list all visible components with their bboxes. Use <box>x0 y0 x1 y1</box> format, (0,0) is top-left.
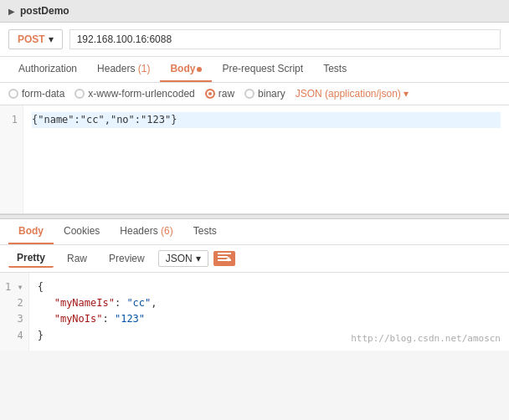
body-options: form-data x-www-form-urlencoded raw bina… <box>0 83 509 105</box>
response-options: Pretty Raw Preview JSON ▾ <box>0 245 509 273</box>
body-label: Body <box>170 63 195 74</box>
resp-headers-label: Headers <box>120 225 161 237</box>
resp-line-num-2: 2 <box>5 295 23 311</box>
resp-code-content: { "myNameIs": "cc", "myNoIs": "123" } ht… <box>29 273 509 351</box>
request-body-editor: 1 {"name":"cc","no":"123"} <box>0 105 509 214</box>
demo-title: postDemo <box>20 5 69 17</box>
resp-code-line-1: { <box>38 279 501 295</box>
svg-rect-0 <box>218 253 231 254</box>
radio-raw-icon <box>205 89 215 99</box>
method-label: POST <box>18 33 45 45</box>
option-raw[interactable]: raw <box>205 88 234 100</box>
json-type-label: JSON (application/json) <box>296 88 401 100</box>
authorization-label: Authorization <box>18 63 77 74</box>
url-bar: POST ▾ <box>0 23 509 57</box>
resp-tab-headers[interactable]: Headers (6) <box>110 219 183 244</box>
urlencoded-label: x-www-form-urlencoded <box>88 88 194 100</box>
tab-body[interactable]: Body <box>160 57 212 82</box>
tab-tests[interactable]: Tests <box>313 57 357 82</box>
json-type-chevron-icon: ▾ <box>404 88 409 100</box>
req-code-content[interactable]: {"name":"cc","no":"123"} <box>23 105 509 213</box>
response-body-area: 1 ▾ 2 3 4 { "myNameIs": "cc", "myNoIs": … <box>0 273 509 351</box>
wrap-icon[interactable] <box>213 251 235 266</box>
resp-headers-badge: (6) <box>161 225 173 237</box>
resp-line-numbers: 1 ▾ 2 3 4 <box>0 273 29 351</box>
method-dropdown[interactable]: POST ▾ <box>8 29 63 49</box>
option-form-data[interactable]: form-data <box>8 88 64 100</box>
resp-cookies-label: Cookies <box>64 225 100 237</box>
headers-badge: (1) <box>138 63 151 74</box>
option-urlencoded[interactable]: x-www-form-urlencoded <box>75 88 194 100</box>
pre-request-label: Pre-request Script <box>222 63 303 74</box>
resp-line-num-3: 3 <box>5 311 23 327</box>
req-line-numbers: 1 <box>0 105 23 213</box>
top-bar: ▶ postDemo <box>0 0 509 23</box>
tab-headers[interactable]: Headers (1) <box>87 57 160 82</box>
resp-code-line-2: "myNameIs": "cc", <box>38 295 501 311</box>
resp-body-label: Body <box>18 225 44 237</box>
format-pretty-btn[interactable]: Pretty <box>8 249 54 268</box>
body-dot-icon <box>197 67 202 72</box>
resp-type-label: JSON <box>166 253 193 264</box>
radio-urlencoded-icon <box>75 89 85 99</box>
resp-type-chevron-icon: ▾ <box>196 253 201 264</box>
svg-rect-1 <box>218 256 228 258</box>
resp-tab-cookies[interactable]: Cookies <box>54 219 110 244</box>
tab-authorization[interactable]: Authorization <box>8 57 87 82</box>
json-type-dropdown[interactable]: JSON (application/json) ▾ <box>296 88 409 100</box>
resp-code-line-3: "myNoIs": "123" <box>38 311 501 327</box>
url-input[interactable] <box>69 29 501 49</box>
format-raw-btn[interactable]: Raw <box>59 250 95 267</box>
watermark: http://blog.csdn.net/amoscn <box>351 331 501 346</box>
radio-binary-icon <box>244 89 254 99</box>
resp-type-dropdown[interactable]: JSON ▾ <box>158 250 208 267</box>
resp-tests-label: Tests <box>193 225 217 237</box>
form-data-label: form-data <box>22 88 64 100</box>
resp-tab-tests[interactable]: Tests <box>183 219 227 244</box>
request-tabs: Authorization Headers (1) Body Pre-reque… <box>0 57 509 83</box>
radio-form-data-icon <box>8 89 18 99</box>
expand-icon[interactable]: ▶ <box>8 7 15 16</box>
option-binary[interactable]: binary <box>244 88 285 100</box>
tab-pre-request[interactable]: Pre-request Script <box>212 57 313 82</box>
raw-label: raw <box>219 88 234 100</box>
method-chevron-icon: ▾ <box>49 33 54 45</box>
binary-label: binary <box>258 88 285 100</box>
format-preview-btn[interactable]: Preview <box>100 250 153 267</box>
response-tabs: Body Cookies Headers (6) Tests <box>0 219 509 245</box>
resp-line-num-1: 1 ▾ <box>5 279 23 295</box>
headers-label: Headers <box>97 63 138 74</box>
resp-tab-body[interactable]: Body <box>8 219 54 244</box>
resp-line-num-4: 4 <box>5 328 23 344</box>
req-line-num-1: 1 <box>5 112 18 128</box>
tests-label: Tests <box>323 63 347 74</box>
req-code-line-1: {"name":"cc","no":"123"} <box>32 112 501 128</box>
